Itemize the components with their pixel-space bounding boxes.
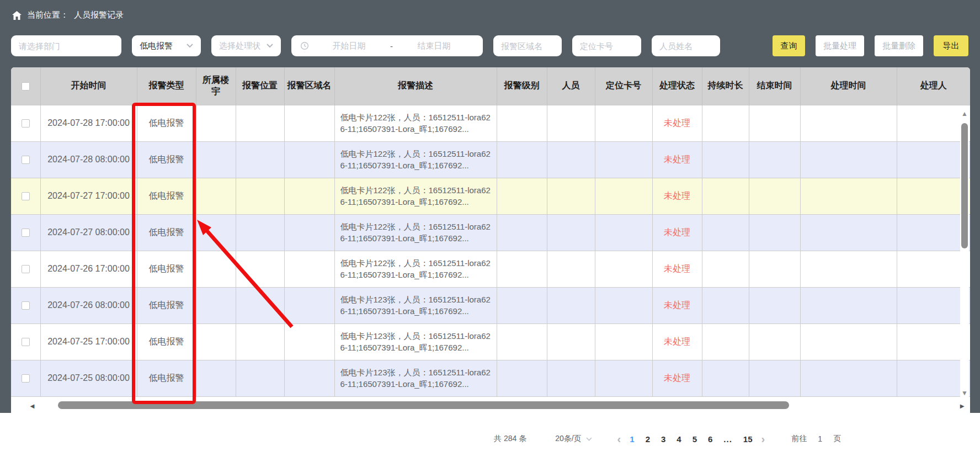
breadcrumb-current: 人员报警记录 (74, 10, 124, 20)
cell-start-time: 2024-07-28 08:00:00 (40, 141, 137, 178)
page-number[interactable]: 6 (702, 434, 718, 444)
cell-card (595, 105, 652, 141)
clock-icon (300, 41, 309, 50)
goto-page: 前往 页 (791, 434, 841, 444)
cell-location (236, 214, 284, 251)
page-number[interactable]: 5 (687, 434, 702, 444)
query-button[interactable]: 查询 (773, 35, 805, 56)
page-size-value: 20条/页 (555, 434, 581, 444)
table-row: 2024-07-25 08:00:00低电报警低电卡片123张，人员：16512… (11, 360, 970, 396)
cell-area (284, 105, 334, 141)
vertical-scroll-thumb[interactable] (961, 123, 968, 248)
next-page-button[interactable]: › (758, 433, 769, 445)
page-number[interactable]: 1 (624, 434, 640, 444)
vertical-scrollbar[interactable]: ▲ ▼ (960, 106, 969, 397)
batch-delete-button[interactable]: 批量删除 (875, 35, 923, 56)
cell-duration (702, 141, 749, 178)
cell-area (284, 141, 334, 178)
cell-status: 未处理 (652, 105, 702, 141)
person-name-input[interactable] (652, 35, 720, 56)
scroll-left-icon[interactable]: ◄ (29, 402, 36, 410)
cell-duration (702, 251, 749, 287)
row-checkbox[interactable] (22, 156, 30, 164)
cell-description: 低电卡片123张，人员：16512511-lora626-11;16507391… (334, 323, 497, 360)
row-checkbox[interactable] (22, 374, 30, 383)
column-header: 处理时间 (800, 67, 897, 105)
cell-building (196, 360, 236, 396)
status-placeholder: 选择处理状 (219, 41, 260, 51)
chevron-down-icon (586, 437, 592, 441)
cell-location (236, 360, 284, 396)
cell-end-time (749, 105, 800, 141)
row-checkbox[interactable] (22, 265, 30, 273)
cell-start-time: 2024-07-25 17:00:00 (40, 323, 137, 360)
cell-checkbox (11, 214, 40, 251)
horizontal-scroll-thumb[interactable] (58, 401, 789, 409)
export-button[interactable]: 导出 (934, 35, 968, 56)
goto-page-input[interactable] (812, 434, 828, 443)
cell-description: 低电卡片122张，人员：16512511-lora626-11;16507391… (334, 141, 497, 178)
goto-unit: 页 (833, 434, 841, 444)
cell-location (236, 323, 284, 360)
home-icon (12, 11, 22, 20)
cell-process-time (800, 105, 897, 141)
cell-area (284, 178, 334, 214)
cell-location (236, 105, 284, 141)
column-header: 开始时间 (40, 67, 137, 105)
cell-person (547, 360, 595, 396)
cell-alarm-type: 低电报警 (137, 178, 196, 214)
cell-processor (897, 178, 970, 214)
cell-end-time (749, 214, 800, 251)
cell-person (547, 251, 595, 287)
cell-start-time: 2024-07-28 17:00:00 (40, 105, 137, 141)
page-number[interactable]: 4 (671, 434, 686, 444)
column-header: 持续时长 (702, 67, 749, 105)
breadcrumb-label: 当前位置： (27, 10, 68, 20)
card-number-input[interactable] (572, 35, 641, 56)
table-body: 2024-07-28 17:00:00低电报警低电卡片122张，人员：16512… (11, 105, 970, 396)
scroll-down-icon[interactable]: ▼ (960, 390, 969, 396)
date-range-picker[interactable]: 开始日期 - 结束日期 (291, 35, 483, 56)
cell-start-time: 2024-07-26 17:00:00 (40, 251, 137, 287)
page-number[interactable]: 15 (738, 434, 758, 444)
alarm-type-select[interactable]: 低电报警 (132, 35, 201, 56)
start-date-placeholder: 开始日期 (309, 41, 389, 51)
row-checkbox[interactable] (22, 192, 30, 200)
prev-page-button[interactable]: ‹ (614, 433, 625, 445)
page-ellipsis[interactable]: ... (718, 434, 738, 444)
cell-checkbox (11, 141, 40, 178)
page-size-select[interactable]: 20条/页 (555, 434, 592, 444)
cell-alarm-type: 低电报警 (137, 287, 196, 323)
row-checkbox[interactable] (22, 229, 30, 237)
scroll-up-icon[interactable]: ▲ (960, 110, 969, 117)
cell-level (497, 251, 547, 287)
alarm-area-input[interactable] (493, 35, 562, 56)
cell-process-time (800, 141, 897, 178)
chevron-down-icon (267, 44, 273, 48)
cell-card (595, 141, 652, 178)
cell-end-time (749, 178, 800, 214)
cell-location (236, 287, 284, 323)
column-header: 处理人 (897, 67, 970, 105)
cell-process-time (800, 214, 897, 251)
select-all-checkbox[interactable] (22, 82, 30, 91)
column-header: 报警类型 (137, 67, 196, 105)
row-checkbox[interactable] (22, 119, 30, 128)
cell-duration (702, 287, 749, 323)
page-number[interactable]: 3 (656, 434, 671, 444)
horizontal-scrollbar[interactable]: ◄ ► (11, 397, 970, 413)
cell-process-time (800, 178, 897, 214)
row-checkbox[interactable] (22, 338, 30, 346)
row-checkbox[interactable] (22, 301, 30, 310)
cell-level (497, 287, 547, 323)
cell-card (595, 323, 652, 360)
scroll-right-icon[interactable]: ► (958, 402, 966, 410)
cell-alarm-type: 低电报警 (137, 105, 196, 141)
cell-checkbox (11, 105, 40, 141)
department-input[interactable] (11, 35, 121, 56)
cell-status: 未处理 (652, 323, 702, 360)
batch-process-button[interactable]: 批量处理 (816, 35, 864, 56)
status-select[interactable]: 选择处理状 (211, 35, 281, 56)
page-number[interactable]: 2 (640, 434, 656, 444)
cell-processor (897, 141, 970, 178)
